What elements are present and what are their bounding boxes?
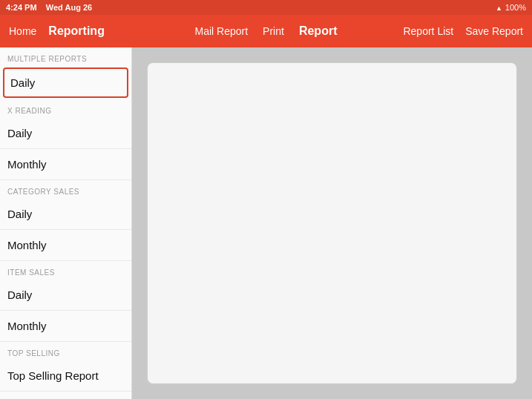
sidebar-item-item-daily[interactable]: Daily: [0, 280, 131, 311]
save-report-button[interactable]: Save Report: [465, 25, 523, 37]
status-time: 4:24 PM: [6, 3, 37, 12]
status-icons: 100%: [496, 3, 526, 12]
sidebar-item-cat-monthly[interactable]: Monthly: [0, 230, 131, 261]
sidebar-item-x-daily[interactable]: Daily: [0, 118, 131, 149]
main-layout: MULTIPLE REPORTS Daily X READING Daily M…: [0, 47, 532, 399]
sidebar-item-cat-daily[interactable]: Daily: [0, 199, 131, 230]
nav-right-actions: Report List Save Report: [403, 25, 523, 37]
status-time-date: 4:24 PM Wed Aug 26: [6, 3, 92, 12]
section-header-x-reading: X READING: [0, 99, 131, 118]
sidebar-item-x-monthly[interactable]: Monthly: [0, 149, 131, 180]
nav-bar: Home Reporting Mail Report Print Report …: [0, 15, 532, 47]
report-title: Report: [299, 24, 338, 38]
nav-center-actions: Mail Report Print Report: [195, 24, 338, 38]
section-header-multiple-reports: MULTIPLE REPORTS: [0, 47, 131, 66]
section-header-top-selling: TOP SELLING: [0, 342, 131, 360]
sidebar-item-top-selling-report[interactable]: Top Selling Report: [0, 360, 131, 392]
print-button[interactable]: Print: [263, 25, 284, 37]
wifi-icon: [496, 3, 502, 12]
reporting-title: Reporting: [48, 24, 105, 38]
status-bar: 4:24 PM Wed Aug 26 100%: [0, 0, 532, 15]
section-header-item-sales: ITEM SALES: [0, 261, 131, 280]
section-header-category-sales: CATEGORY SALES: [0, 180, 131, 199]
sidebar-item-item-monthly[interactable]: Monthly: [0, 311, 131, 342]
sidebar: MULTIPLE REPORTS Daily X READING Daily M…: [0, 47, 132, 399]
status-date: Wed Aug 26: [46, 3, 92, 12]
report-list-button[interactable]: Report List: [403, 25, 453, 37]
battery-level: 100%: [505, 3, 526, 12]
report-preview: [147, 62, 517, 384]
mail-report-button[interactable]: Mail Report: [195, 25, 249, 37]
sidebar-item-multiple-daily[interactable]: Daily: [3, 67, 128, 98]
content-area: [132, 47, 532, 399]
home-link[interactable]: Home: [9, 25, 36, 37]
